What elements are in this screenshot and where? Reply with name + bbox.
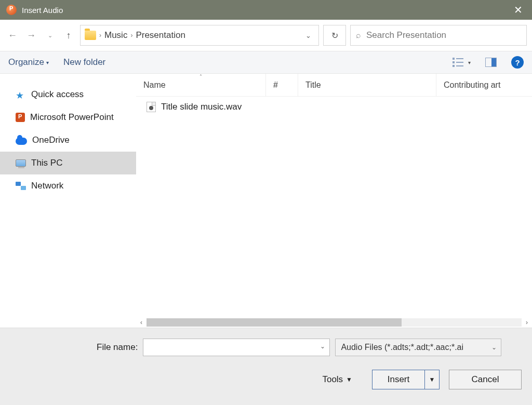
file-name: Title slide music.wav [161, 102, 242, 112]
scroll-left-icon[interactable]: ‹ [136, 319, 147, 326]
insert-split-dropdown[interactable]: ▼ [424, 370, 439, 389]
main-area: ★ Quick access Microsoft PowerPoint OneD… [0, 74, 532, 328]
help-button[interactable]: ? [511, 56, 524, 69]
insert-label: Insert [388, 374, 410, 385]
sidebar-item-this-pc[interactable]: This PC [0, 152, 136, 174]
cancel-label: Cancel [472, 374, 499, 385]
sidebar-item-label: OneDrive [32, 135, 70, 145]
breadcrumb[interactable]: › Music › Presentation ⌄ [80, 25, 319, 46]
network-icon [16, 182, 26, 190]
column-label: Contributing art [444, 80, 500, 90]
chevron-down-icon: ⌄ [491, 344, 497, 351]
back-button[interactable]: ← [5, 28, 20, 43]
chevron-down-icon: ▾ [468, 60, 471, 65]
breadcrumb-segment[interactable]: Presentation [136, 30, 185, 40]
address-bar-row: ← → ⌄ ↑ › Music › Presentation ⌄ ↻ ⌕ Sea… [0, 20, 532, 51]
sort-ascending-icon: ˄ [200, 74, 202, 79]
scroll-thumb[interactable] [147, 318, 402, 327]
recent-locations-dropdown[interactable]: ⌄ [43, 28, 57, 43]
chevron-down-icon: ▾ [46, 60, 49, 65]
title-bar: Insert Audio ✕ [0, 0, 532, 20]
column-header-contributing-artist[interactable]: Contributing art [436, 74, 532, 96]
column-label: Title [305, 80, 321, 90]
sidebar-item-label: Network [31, 181, 63, 191]
monitor-icon [16, 159, 26, 167]
sidebar-item-powerpoint[interactable]: Microsoft PowerPoint [0, 106, 136, 129]
file-name-label: File name: [97, 342, 138, 353]
refresh-button[interactable]: ↻ [323, 25, 346, 46]
column-header-number[interactable]: # [266, 74, 298, 96]
tools-menu[interactable]: Tools ▼ [322, 374, 352, 385]
column-headers: ˄ Name # Title Contributing art [136, 74, 532, 97]
search-input[interactable]: ⌕ Search Presentation [350, 25, 527, 46]
view-options-button[interactable]: ▾ [453, 58, 471, 67]
insert-button[interactable]: Insert ▼ [372, 370, 440, 389]
close-icon[interactable]: ✕ [511, 4, 526, 16]
chevron-down-icon: ▼ [346, 376, 352, 383]
toolbar: Organize ▾ New folder ▾ ? [0, 51, 532, 74]
preview-pane-button[interactable] [485, 58, 497, 67]
powerpoint-icon [16, 113, 25, 122]
chevron-right-icon: › [99, 32, 101, 39]
file-type-label: Audio Files (*.adts;*.adt;*.aac;*.ai [341, 343, 463, 352]
window-title: Insert Audio [22, 6, 63, 15]
sidebar-item-quick-access[interactable]: ★ Quick access [0, 83, 136, 106]
new-folder-label: New folder [63, 57, 105, 68]
cloud-icon [16, 138, 27, 145]
search-icon: ⌕ [356, 31, 361, 40]
forward-button[interactable]: → [24, 28, 38, 43]
star-icon: ★ [16, 90, 26, 99]
new-folder-button[interactable]: New folder [63, 57, 105, 68]
sidebar-item-network[interactable]: Network [0, 174, 136, 197]
horizontal-scrollbar[interactable]: ‹ › [136, 317, 532, 328]
folder-icon [85, 31, 96, 40]
powerpoint-app-icon [6, 5, 17, 15]
organize-label: Organize [8, 57, 44, 68]
chevron-down-icon[interactable]: ⌄ [320, 343, 325, 350]
file-name-input[interactable]: ⌄ [143, 339, 330, 356]
tools-label: Tools [322, 374, 343, 385]
cancel-button[interactable]: Cancel [449, 370, 522, 389]
sidebar-item-label: This PC [31, 158, 62, 168]
file-pane: ˄ Name # Title Contributing art Title sl… [136, 74, 532, 328]
column-label: Name [143, 80, 166, 90]
footer: File name: ⌄ Audio Files (*.adts;*.adt;*… [0, 328, 532, 405]
column-header-title[interactable]: Title [298, 74, 436, 96]
column-label: # [273, 80, 278, 90]
sidebar: ★ Quick access Microsoft PowerPoint OneD… [0, 74, 136, 328]
list-view-icon [453, 58, 464, 67]
chevron-down-icon[interactable]: ⌄ [305, 32, 314, 39]
column-header-name[interactable]: ˄ Name [136, 74, 266, 96]
sidebar-item-label: Quick access [31, 89, 84, 100]
organize-menu[interactable]: Organize ▾ [8, 57, 49, 68]
sidebar-item-label: Microsoft PowerPoint [30, 112, 114, 123]
breadcrumb-segment[interactable]: Music [104, 30, 127, 40]
file-type-filter[interactable]: Audio Files (*.adts;*.adt;*.aac;*.ai ⌄ [335, 339, 501, 356]
search-placeholder: Search Presentation [366, 30, 446, 40]
scroll-right-icon[interactable]: › [522, 319, 532, 326]
list-item[interactable]: Title slide music.wav [136, 97, 532, 117]
sidebar-item-onedrive[interactable]: OneDrive [0, 129, 136, 152]
scroll-track[interactable] [147, 318, 522, 327]
up-button[interactable]: ↑ [61, 28, 76, 43]
audio-file-icon [147, 102, 156, 112]
file-list[interactable]: Title slide music.wav [136, 97, 532, 317]
chevron-right-icon: › [130, 32, 132, 39]
